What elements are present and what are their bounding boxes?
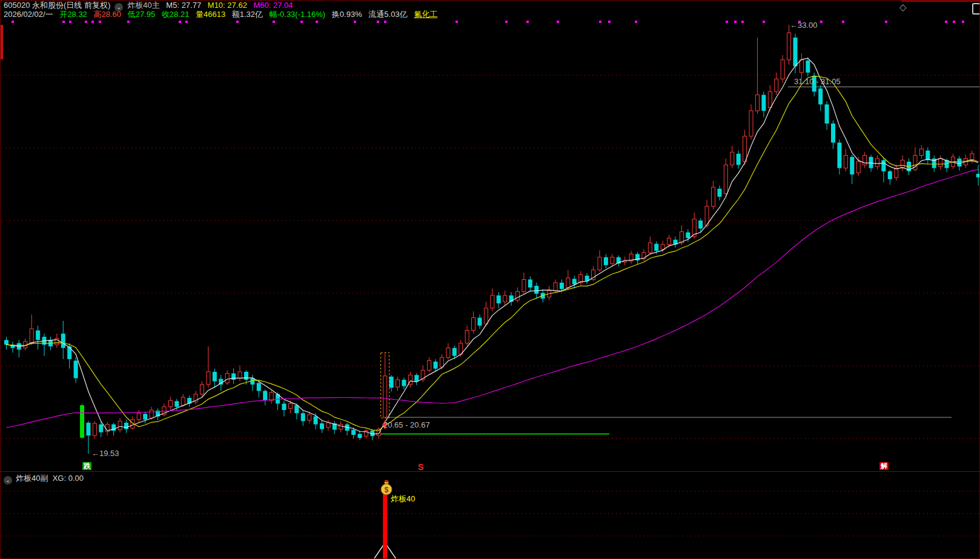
stock-title: 605020 永和股份(日线 前复权) <box>4 1 110 10</box>
panel-divider <box>1 471 980 472</box>
range-high-label: 31.10 - 31.05 <box>794 77 841 86</box>
window-panel-icon[interactable] <box>972 3 980 15</box>
marker-die-badge: 跌 <box>82 462 91 470</box>
marker-sell-s: S <box>418 463 423 471</box>
info-bar: 605020 永和股份(日线 前复权)⌄炸板40主 M5: 27.77 M10:… <box>4 1 442 19</box>
sub-panel-header: ⌄炸板40副 XG: 0.00 <box>4 473 84 485</box>
low-value: 低27.95 <box>128 10 156 19</box>
industry-link[interactable]: 氟化工 <box>414 10 437 19</box>
open-value: 开28.32 <box>59 10 87 19</box>
turnover-value: 换0.93% <box>332 10 362 19</box>
sub-indicator-chart[interactable] <box>1 472 980 559</box>
chevron-down-circle-icon[interactable]: ⌄ <box>4 476 12 485</box>
float-cap-value: 流通5.03亿 <box>368 10 407 19</box>
range-low-label: 20.65 - 20.67 <box>383 420 430 429</box>
main-candlestick-chart[interactable] <box>1 1 980 472</box>
info-line-2: 2026/02/02/一 开28.32 高28.60 低27.95 收28.21… <box>4 10 442 19</box>
sub-signal-label: 炸板40 <box>391 494 415 504</box>
ma10-value: M10: 27.62 <box>208 1 247 10</box>
ma60-value: M60: 27.04 <box>253 1 293 10</box>
trading-app-window: 605020 永和股份(日线 前复权)⌄炸板40主 M5: 27.77 M10:… <box>0 0 980 559</box>
left-edge-red-bar <box>1 25 3 59</box>
date-value: 2026/02/02/一 <box>4 10 53 19</box>
change-value: 幅-0.33(-1.16%) <box>270 10 325 19</box>
sub-indicator-name[interactable]: 炸板40副 <box>16 474 48 483</box>
high-price-label: ←33.00 <box>790 21 818 30</box>
low-price-label: ←19.53 <box>91 449 119 458</box>
amount-value: 额1.32亿 <box>232 10 263 19</box>
diamond-icon[interactable]: ◇ <box>899 2 907 13</box>
main-indicator-name[interactable]: 炸板40主 <box>127 1 159 10</box>
info-line-1: 605020 永和股份(日线 前复权)⌄炸板40主 M5: 27.77 M10:… <box>4 1 442 10</box>
high-value: 高28.60 <box>93 10 121 19</box>
marker-jie-badge: 解 <box>879 462 889 470</box>
sub-xg-value: XG: 0.00 <box>53 474 84 483</box>
volume-value: 量46613 <box>196 10 225 19</box>
close-value: 收28.21 <box>162 10 190 19</box>
svg-text:$: $ <box>385 486 389 494</box>
ma5-value: M5: 27.77 <box>166 1 201 10</box>
panel-top-border <box>901 1 980 2</box>
